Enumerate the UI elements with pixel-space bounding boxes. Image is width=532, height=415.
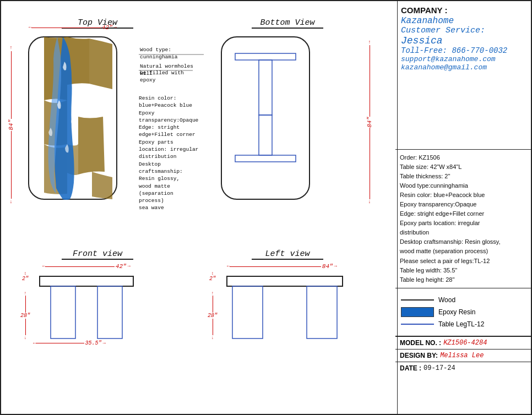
design-value: Melissa Lee — [440, 352, 484, 359]
top-view-svg — [23, 34, 133, 205]
top-width-dim: ← 42" → — [29, 24, 117, 31]
date-label: DATE : — [400, 364, 421, 372]
drawing-area: Top View ← 42" → — [1, 1, 398, 415]
front-view-container: Front view ← 42" → — [18, 249, 177, 348]
svg-rect-4 — [235, 53, 296, 60]
design-block: DESIGN BY: Melissa Lee — [395, 350, 531, 362]
legend-wood: Wood — [401, 296, 525, 304]
front-width-dim: ← 42" → — [42, 263, 131, 270]
front-thickness-dim: ↕ 2" — [22, 271, 29, 281]
legend-leg: Table LegTL-12 — [401, 320, 525, 328]
svg-rect-12 — [232, 286, 263, 338]
date-value: 09-17-24 — [424, 364, 455, 372]
bottom-view-label: Bottom View — [260, 18, 314, 28]
left-view-title: Left view — [205, 249, 370, 260]
order-block: Order: KZ1506 Table size: 42"W x84"L Tab… — [395, 150, 531, 288]
wood-line-icon — [401, 299, 434, 301]
edge: Edge: stright edge+Fillet corner — [400, 209, 526, 219]
legend-block: Wood Epoxy Resin Table LegTL-12 — [395, 288, 531, 336]
design-label: DESIGN BY: — [400, 352, 438, 359]
model-value: KZ1506-4284 — [443, 339, 487, 347]
leg-label: Table LegTL-12 — [438, 320, 484, 328]
customer-service-label: Customer Service: — [401, 26, 525, 35]
epoxy-location: Epoxy parts location: irregular — [400, 219, 526, 228]
company-label: COMPANY : — [401, 6, 525, 15]
svg-rect-9 — [51, 286, 75, 338]
company-name: Kazanahome — [401, 16, 525, 26]
top-view-container: Top View ← 42" → — [18, 18, 177, 205]
left-view-svg — [221, 271, 348, 348]
left-leg-height-dim: ↑ 28" ↓ — [208, 291, 218, 340]
craftsmanship: Desktop craftsmanship: Resin glossy, — [400, 237, 526, 247]
company-block: COMPANY : Kazanahome Customer Service: J… — [395, 1, 531, 150]
front-leg-height-dim: ↑ 28" ↓ — [20, 291, 30, 340]
resin-label: Epoxy Resin — [438, 308, 475, 316]
leg-line-icon — [401, 324, 434, 325]
top-height-dim: ↑ 84" ↓ — [8, 45, 14, 205]
table-size: Table size: 42"W x84"L — [400, 162, 526, 172]
toll-free: Toll-Free: 866-770-0032 — [401, 46, 525, 55]
left-view-container: Left view ← 84" → — [205, 249, 370, 351]
page: Top View ← 42" → — [0, 0, 532, 415]
leg-width: Table leg width: 35.5" — [400, 266, 526, 275]
front-leg-width-dim: ← 35.5" → — [33, 340, 106, 346]
leg-height: Table leg height: 28" — [400, 275, 526, 285]
front-view-label: Front view — [73, 249, 122, 259]
info-panel: COMPANY : Kazanahome Customer Service: J… — [395, 1, 531, 415]
model-block: MODEL NO. : KZ1506-4284 — [395, 336, 531, 350]
left-width-dim: ← 84" → — [227, 263, 337, 270]
email2: kazanahome@gmail.com — [401, 63, 525, 72]
epoxy-transparency: Epoxy transparency:Opaque — [400, 200, 526, 209]
svg-rect-10 — [97, 286, 122, 338]
wood-label: Wood — [438, 296, 455, 304]
thickness: Table thickness: 2" — [400, 172, 526, 181]
resin-color: Resin color: blue+Peacock blue — [400, 190, 526, 200]
legs: Please select a pair of legs:TL-12 — [400, 256, 526, 266]
bottom-view-container: Bottom View — [205, 18, 370, 205]
resin-box-icon — [401, 307, 434, 317]
svg-rect-11 — [227, 276, 343, 286]
svg-rect-13 — [307, 286, 337, 338]
svg-rect-6 — [235, 155, 296, 162]
svg-rect-5 — [259, 60, 272, 115]
front-view-svg — [34, 271, 144, 348]
order-no: Order: KZ1506 — [400, 153, 526, 162]
legend-resin: Epoxy Resin — [401, 307, 525, 317]
svg-rect-8 — [40, 276, 133, 286]
model-label: MODEL NO. : — [400, 339, 441, 347]
left-view-label: Left view — [265, 249, 310, 259]
bottom-height-dim: ↑ 84" ↓ — [366, 40, 373, 205]
left-thickness-dim: ↕ 2" — [209, 271, 216, 282]
epoxy-location2: distribution — [400, 228, 526, 237]
craftsmanship2: wood matte (separation process) — [400, 247, 526, 256]
email1: support@kazanahome.com — [401, 55, 525, 63]
bottom-view-svg — [216, 34, 326, 205]
svg-rect-3 — [221, 37, 310, 199]
date-block: DATE : 09-17-24 — [395, 362, 531, 374]
svg-rect-7 — [259, 115, 272, 155]
wood-type: Wood type:cunninghamia — [400, 181, 526, 190]
bottom-view-title: Bottom View — [205, 18, 370, 29]
customer-name: Jessica — [401, 35, 525, 46]
front-view-title: Front view — [18, 249, 177, 260]
